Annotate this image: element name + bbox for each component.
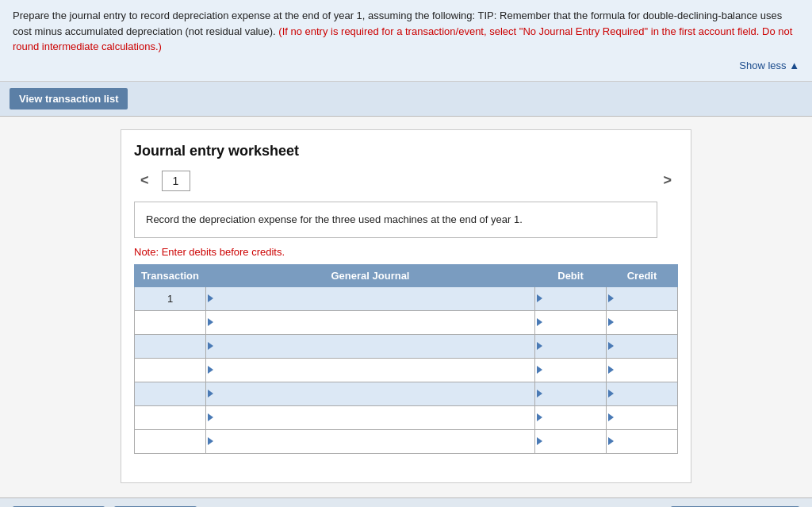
row-indicator-icon xyxy=(208,413,213,421)
debit-indicator-icon xyxy=(537,366,542,374)
credit-indicator-icon xyxy=(608,437,614,445)
table-row xyxy=(135,310,678,334)
general-journal-input[interactable] xyxy=(213,382,530,405)
debit-input[interactable] xyxy=(542,335,602,358)
debit-indicator-icon xyxy=(537,342,542,350)
table-row: 1 xyxy=(135,286,678,310)
debit-indicator-icon xyxy=(537,318,542,326)
row-indicator-icon xyxy=(208,437,213,445)
table-row xyxy=(135,429,678,453)
row-indicator-icon xyxy=(208,294,213,302)
debit-cell[interactable] xyxy=(535,429,607,453)
transaction-cell xyxy=(135,310,206,334)
debit-indicator-icon xyxy=(537,294,542,302)
debit-cell[interactable] xyxy=(535,405,607,429)
credit-indicator-icon xyxy=(608,318,614,326)
general-journal-input[interactable] xyxy=(213,359,530,382)
credit-cell[interactable] xyxy=(607,429,678,453)
general-journal-cell[interactable] xyxy=(206,286,535,310)
debit-input[interactable] xyxy=(542,287,602,310)
instruction-area: Prepare the journal entry to record depr… xyxy=(0,0,812,82)
transaction-cell: 1 xyxy=(135,286,206,310)
debit-cell[interactable] xyxy=(535,310,607,334)
debit-indicator-icon xyxy=(537,413,542,421)
credit-cell[interactable] xyxy=(607,405,678,429)
prev-page-button[interactable]: < xyxy=(134,169,155,192)
credit-indicator-icon xyxy=(608,294,614,302)
transaction-cell xyxy=(135,382,206,405)
bottom-buttons-bar: Record entry Clear entry View general jo… xyxy=(0,497,812,507)
debit-cell[interactable] xyxy=(535,358,607,382)
general-journal-input[interactable] xyxy=(213,430,530,453)
credit-indicator-icon xyxy=(608,366,614,374)
general-journal-input[interactable] xyxy=(213,311,530,334)
row-indicator-icon xyxy=(208,318,213,326)
next-page-button[interactable]: > xyxy=(657,169,678,192)
general-journal-cell[interactable] xyxy=(206,429,535,453)
general-journal-cell[interactable] xyxy=(206,310,535,334)
transaction-cell xyxy=(135,405,206,429)
debit-cell[interactable] xyxy=(535,382,607,405)
credit-cell[interactable] xyxy=(607,310,678,334)
transaction-list-bar: View transaction list xyxy=(0,82,812,117)
credit-cell[interactable] xyxy=(607,358,678,382)
credit-cell[interactable] xyxy=(607,382,678,405)
debit-input[interactable] xyxy=(542,311,602,334)
credit-input[interactable] xyxy=(614,311,673,334)
table-row xyxy=(135,382,678,405)
transaction-cell xyxy=(135,334,206,358)
credit-cell[interactable] xyxy=(607,286,678,310)
transaction-cell xyxy=(135,429,206,453)
debit-input[interactable] xyxy=(542,382,602,405)
general-journal-input[interactable] xyxy=(213,287,530,310)
col-header-debit: Debit xyxy=(535,264,607,286)
credit-indicator-icon xyxy=(608,413,614,421)
general-journal-cell[interactable] xyxy=(206,405,535,429)
transaction-cell xyxy=(135,358,206,382)
col-header-general-journal: General Journal xyxy=(206,264,535,286)
table-row xyxy=(135,358,678,382)
credit-cell[interactable] xyxy=(607,334,678,358)
view-transaction-list-button[interactable]: View transaction list xyxy=(10,88,128,109)
debit-input[interactable] xyxy=(542,430,602,453)
table-row xyxy=(135,405,678,429)
debit-indicator-icon xyxy=(537,390,542,398)
general-journal-cell[interactable] xyxy=(206,334,535,358)
col-header-transaction: Transaction xyxy=(135,264,206,286)
worksheet-title: Journal entry worksheet xyxy=(134,143,678,159)
journal-table: Transaction General Journal Debit Credit… xyxy=(134,264,678,454)
debit-input[interactable] xyxy=(542,359,602,382)
row-indicator-icon xyxy=(208,342,213,350)
table-row xyxy=(135,334,678,358)
credit-input[interactable] xyxy=(614,359,673,382)
col-header-credit: Credit xyxy=(607,264,678,286)
credit-indicator-icon xyxy=(608,390,614,398)
general-journal-input[interactable] xyxy=(213,335,530,358)
credit-input[interactable] xyxy=(614,430,673,453)
general-journal-cell[interactable] xyxy=(206,382,535,405)
debit-cell[interactable] xyxy=(535,334,607,358)
general-journal-input[interactable] xyxy=(213,406,530,429)
page-number: 1 xyxy=(162,171,190,191)
credit-input[interactable] xyxy=(614,382,673,405)
row-indicator-icon xyxy=(208,366,213,374)
credit-indicator-icon xyxy=(608,342,614,350)
debit-indicator-icon xyxy=(537,437,542,445)
debit-cell[interactable] xyxy=(535,286,607,310)
credit-input[interactable] xyxy=(614,335,673,358)
general-journal-cell[interactable] xyxy=(206,358,535,382)
debit-input[interactable] xyxy=(542,406,602,429)
navigation-row: < 1 > xyxy=(134,169,678,192)
credit-input[interactable] xyxy=(614,287,673,310)
description-box: Record the depreciation expense for the … xyxy=(134,202,657,238)
note-text: Note: Enter debits before credits. xyxy=(134,246,678,258)
worksheet-container: Journal entry worksheet < 1 > Record the… xyxy=(121,129,691,483)
credit-input[interactable] xyxy=(614,406,673,429)
main-content: Journal entry worksheet < 1 > Record the… xyxy=(0,117,812,497)
show-less-link[interactable]: Show less ▲ xyxy=(739,60,799,71)
row-indicator-icon xyxy=(208,390,213,398)
